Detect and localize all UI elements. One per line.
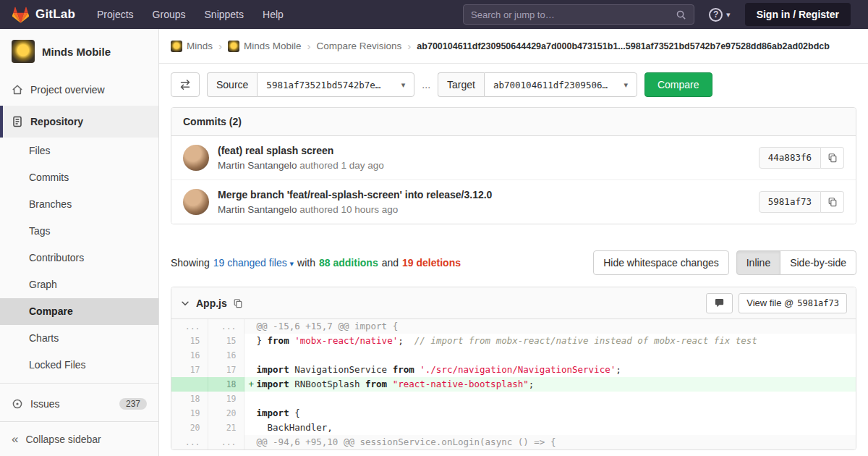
author-avatar[interactable] (183, 189, 209, 215)
changed-files-dropdown[interactable]: 19 changed files ▾ (213, 257, 294, 269)
code-cell: import NavigationService from './src/nav… (244, 363, 856, 377)
old-line-number[interactable]: 15 (171, 334, 208, 348)
search-box[interactable] (463, 4, 694, 25)
diff-sign (249, 406, 257, 421)
sidebar-item-issues[interactable]: Issues 237 (0, 388, 158, 420)
diff-line-addition: 18+import RNBootSplash from "react-nativ… (171, 377, 856, 392)
sign-in-button[interactable]: Sign in / Register (745, 3, 851, 26)
diff-line-context: 1515 } from 'mobx-react/native'; // impo… (171, 334, 856, 348)
source-ref-dropdown[interactable]: 5981af73521bd5742b7e… ▾ (257, 72, 414, 97)
sidebar-subitem-compare[interactable]: Compare (0, 298, 158, 325)
breadcrumb-commit-range: ab700104611df230950644429a7d000b473151b1… (417, 41, 830, 51)
copy-icon (827, 153, 838, 163)
copy-icon (827, 197, 838, 207)
target-ref-dropdown[interactable]: ab700104611df2309506… ▾ (484, 72, 637, 97)
old-line-number: ... (171, 319, 208, 334)
copy-sha-button[interactable] (821, 147, 844, 169)
new-line-number[interactable]: 18 (208, 377, 244, 392)
diff-line-context: 1920 import { (171, 406, 856, 421)
breadcrumb-page-label: Compare Revisions (317, 41, 402, 51)
hide-whitespace-button[interactable]: Hide whitespace changes (593, 250, 729, 275)
sidebar-subitem-locked-files[interactable]: Locked Files (0, 352, 158, 379)
breadcrumb-separator-icon: › (218, 40, 222, 52)
old-line-number[interactable]: 18 (171, 392, 208, 406)
swap-icon (179, 79, 191, 90)
old-line-number[interactable]: 16 (171, 348, 208, 363)
nav-item-snippets[interactable]: Snippets (205, 9, 244, 20)
code-cell: @@ -15,6 +15,7 @@ import { (244, 319, 856, 334)
diff-summary-bar: Showing 19 changed files ▾ with 88 addit… (171, 250, 856, 275)
view-file-button[interactable]: View file @ 5981af73 (739, 293, 847, 313)
with-text: with (297, 257, 315, 269)
view-file-label: View file @ (746, 297, 793, 308)
diff-view-toggle: Inline Side-by-side (736, 250, 856, 275)
commit-author-link[interactable]: Martin Santangelo (218, 204, 297, 215)
breadcrumb-project-link[interactable]: Minds Mobile (228, 41, 302, 52)
commit-row: (feat) real splash screen Martin Santang… (171, 136, 856, 180)
diff-line-context: 1819 (171, 392, 856, 406)
sidebar-subitem-charts[interactable]: Charts (0, 325, 158, 352)
ref-separator: ... (422, 79, 430, 90)
nav-item-groups[interactable]: Groups (153, 9, 186, 20)
copy-sha-button[interactable] (821, 191, 844, 213)
commit-sha-link[interactable]: 5981af73 (759, 191, 821, 213)
breadcrumb-page-link[interactable]: Compare Revisions (317, 41, 402, 51)
nav-item-help[interactable]: Help (263, 9, 284, 20)
search-icon (676, 9, 686, 20)
sidebar-subitem-branches[interactable]: Branches (0, 191, 158, 218)
collapse-file-chevron-icon[interactable] (180, 298, 190, 308)
commit-sha-link[interactable]: 44a883f6 (759, 147, 821, 169)
commit-title-link[interactable]: (feat) real splash screen (218, 145, 384, 156)
new-line-number[interactable]: 19 (208, 392, 244, 406)
new-line-number[interactable]: 17 (208, 363, 244, 377)
commit-sha-group: 44a883f6 (759, 147, 844, 169)
old-line-number[interactable]: 17 (171, 363, 208, 377)
sidebar-subitem-tags[interactable]: Tags (0, 218, 158, 245)
source-ref-group: Source 5981af73521bd5742b7e… ▾ (207, 72, 414, 97)
code-cell: +import RNBootSplash from "react-native-… (244, 377, 856, 392)
search-input[interactable] (471, 9, 676, 20)
new-line-number[interactable]: 16 (208, 348, 244, 363)
code-cell: BackHandler, (244, 421, 856, 435)
old-line-number[interactable]: 20 (171, 421, 208, 435)
copy-file-path-button[interactable] (233, 298, 243, 308)
sidebar-item-repository[interactable]: Repository (0, 106, 158, 138)
target-ref-value: ab700104611df2309506… (493, 80, 608, 90)
commit-title-link[interactable]: Merge branch 'feat/real-splash-screen' i… (218, 189, 492, 200)
compare-button[interactable]: Compare (644, 72, 712, 97)
commits-panel-header: Commits (2) (171, 108, 856, 136)
target-ref-group: Target ab700104611df2309506… ▾ (438, 72, 637, 97)
new-line-number[interactable]: 15 (208, 334, 244, 348)
old-line-number[interactable] (171, 377, 208, 392)
project-avatar-small (228, 41, 239, 52)
old-line-number: ... (171, 435, 208, 449)
gitlab-logo[interactable]: GitLab (12, 6, 75, 24)
diff-sign (249, 392, 257, 406)
collapse-sidebar-button[interactable]: « Collapse sidebar (0, 421, 158, 456)
sidebar-subitem-contributors[interactable]: Contributors (0, 245, 158, 271)
diff-file-name[interactable]: App.js (196, 297, 227, 309)
new-line-number[interactable]: 20 (208, 406, 244, 421)
breadcrumb-group-link[interactable]: Minds (171, 41, 213, 52)
help-menu-button[interactable]: ? ▾ (709, 8, 731, 22)
project-sidebar: Minds Mobile Project overview Repository… (0, 29, 159, 456)
project-home-link[interactable]: Minds Mobile (0, 29, 158, 74)
sidebar-subitem-commits[interactable]: Commits (0, 164, 158, 191)
sidebar-subitem-graph[interactable]: Graph (0, 271, 158, 298)
commit-author-link[interactable]: Martin Santangelo (218, 160, 297, 171)
author-avatar[interactable] (183, 145, 209, 171)
side-by-side-view-button[interactable]: Side-by-side (780, 250, 856, 275)
comment-icon (714, 297, 725, 308)
toggle-file-comments-button[interactable] (706, 293, 733, 313)
new-line-number[interactable]: 21 (208, 421, 244, 435)
old-line-number[interactable]: 19 (171, 406, 208, 421)
diff-sign: + (249, 377, 257, 392)
sidebar-item-project-overview[interactable]: Project overview (0, 74, 158, 106)
inline-view-button[interactable]: Inline (736, 250, 780, 275)
repository-submenu: Files Commits Branches Tags Contributors… (0, 138, 158, 379)
sidebar-subitem-files[interactable]: Files (0, 138, 158, 164)
swap-revisions-button[interactable] (171, 72, 200, 97)
nav-item-projects[interactable]: Projects (97, 9, 134, 20)
collapse-icon: « (12, 432, 18, 447)
diff-line-match: ...... @@ -15,6 +15,7 @@ import { (171, 319, 856, 334)
